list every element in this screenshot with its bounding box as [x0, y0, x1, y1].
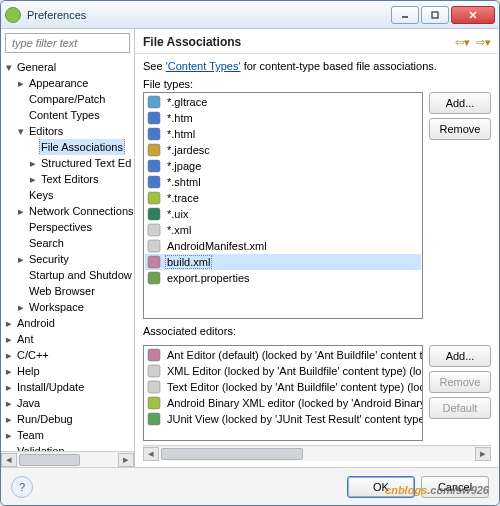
list-item[interactable]: export.properties: [145, 270, 421, 286]
tree-item[interactable]: ▸C/C++: [1, 347, 134, 363]
tree-item-label: Perspectives: [27, 219, 94, 235]
chevron-right-icon[interactable]: ▸: [3, 315, 15, 331]
maximize-button[interactable]: [421, 6, 449, 24]
tree-item[interactable]: Startup and Shutdow: [1, 267, 134, 283]
help-button[interactable]: ?: [11, 476, 33, 498]
chevron-right-icon[interactable]: ▸: [27, 155, 39, 171]
list-item[interactable]: Android Binary XML editor (locked by 'An…: [145, 395, 421, 411]
scroll-left-icon[interactable]: ◂: [143, 447, 159, 461]
list-item[interactable]: *.htm: [145, 110, 421, 126]
filetypes-add-button[interactable]: Add...: [429, 92, 491, 114]
list-item[interactable]: Ant Editor (default) (locked by 'Ant Bui…: [145, 347, 421, 363]
chevron-down-icon[interactable]: ▾: [3, 59, 15, 75]
tree-item[interactable]: ▸Text Editors: [1, 171, 134, 187]
tree-item[interactable]: ▾Editors: [1, 123, 134, 139]
list-item[interactable]: *.jardesc: [145, 142, 421, 158]
list-item[interactable]: JUnit View (locked by 'JUnit Test Result…: [145, 411, 421, 427]
tree-item[interactable]: File Associations: [1, 139, 134, 155]
prop-icon: [147, 271, 161, 285]
tree-item[interactable]: Validation: [1, 443, 134, 451]
tree-item[interactable]: ▸Ant: [1, 331, 134, 347]
tree-item[interactable]: ▸Workspace: [1, 299, 134, 315]
tree-item-label: Workspace: [27, 299, 86, 315]
editors-hscroll[interactable]: ◂ ▸: [143, 445, 491, 461]
chevron-right-icon[interactable]: ▸: [3, 379, 15, 395]
chevron-right-icon[interactable]: ▸: [3, 427, 15, 443]
tree-item-label: Search: [27, 235, 66, 251]
svg-rect-20: [148, 413, 160, 425]
filter-box[interactable]: [5, 33, 130, 53]
editors-remove-button[interactable]: Remove: [429, 371, 491, 393]
minimize-button[interactable]: [391, 6, 419, 24]
list-item[interactable]: Text Editor (locked by 'Ant Buildfile' c…: [145, 379, 421, 395]
list-item[interactable]: *.trace: [145, 190, 421, 206]
chevron-right-icon[interactable]: ▸: [15, 203, 27, 219]
forward-icon[interactable]: ⇨▾: [476, 36, 491, 49]
list-item[interactable]: *.uix: [145, 206, 421, 222]
tree-item[interactable]: ▸Team: [1, 427, 134, 443]
list-item[interactable]: *.gltrace: [145, 94, 421, 110]
ok-button[interactable]: OK: [347, 476, 415, 498]
list-item[interactable]: *.xml: [145, 222, 421, 238]
tree-item[interactable]: Web Browser: [1, 283, 134, 299]
scroll-right-icon[interactable]: ▸: [475, 447, 491, 461]
uix-icon: [147, 207, 161, 221]
tree-item[interactable]: ▸Run/Debug: [1, 411, 134, 427]
chevron-right-icon[interactable]: ▸: [3, 347, 15, 363]
list-item-label: *.uix: [165, 208, 190, 220]
editors-add-button[interactable]: Add...: [429, 345, 491, 367]
file-types-list[interactable]: *.gltrace*.htm*.html*.jardesc*.jpage*.sh…: [143, 92, 423, 319]
content-types-link[interactable]: 'Content Types': [166, 60, 241, 72]
list-item[interactable]: AndroidManifest.xml: [145, 238, 421, 254]
tree-item[interactable]: ▸Structured Text Ed: [1, 155, 134, 171]
chevron-right-icon[interactable]: ▸: [15, 299, 27, 315]
filetypes-remove-button[interactable]: Remove: [429, 118, 491, 140]
list-item[interactable]: *.jpage: [145, 158, 421, 174]
tree-item[interactable]: Search: [1, 235, 134, 251]
chevron-right-icon[interactable]: ▸: [15, 251, 27, 267]
close-button[interactable]: [451, 6, 495, 24]
titlebar[interactable]: Preferences: [1, 1, 499, 29]
tree-item[interactable]: ▸Help: [1, 363, 134, 379]
back-icon[interactable]: ⇦▾: [455, 36, 470, 49]
editors-default-button[interactable]: Default: [429, 397, 491, 419]
chevron-right-icon[interactable]: ▸: [15, 75, 27, 91]
preferences-tree[interactable]: ▾General▸AppearanceCompare/PatchContent …: [1, 57, 134, 451]
sidebar-hscroll[interactable]: ◂ ▸: [1, 451, 134, 467]
tree-item[interactable]: Content Types: [1, 107, 134, 123]
svg-rect-17: [148, 365, 160, 377]
list-item[interactable]: XML Editor (locked by 'Ant Buildfile' co…: [145, 363, 421, 379]
tree-item[interactable]: ▾General: [1, 59, 134, 75]
svg-rect-4: [148, 96, 160, 108]
tree-item[interactable]: ▸Install/Update: [1, 379, 134, 395]
tree-item[interactable]: Perspectives: [1, 219, 134, 235]
preferences-window: Preferences ▾General▸AppearanceCompare/P…: [0, 0, 500, 506]
tree-item[interactable]: Keys: [1, 187, 134, 203]
chevron-right-icon[interactable]: ▸: [3, 395, 15, 411]
tree-item[interactable]: ▸Java: [1, 395, 134, 411]
list-item[interactable]: build.xml: [145, 254, 421, 270]
svg-rect-18: [148, 381, 160, 393]
tree-item[interactable]: ▸Network Connections: [1, 203, 134, 219]
footer: ? OK Cancel: [1, 467, 499, 505]
chevron-right-icon[interactable]: ▸: [3, 331, 15, 347]
app-icon: [5, 7, 21, 23]
chevron-right-icon[interactable]: ▸: [27, 171, 39, 187]
scroll-right-icon[interactable]: ▸: [118, 453, 134, 467]
chevron-right-icon[interactable]: ▸: [3, 411, 15, 427]
scroll-left-icon[interactable]: ◂: [1, 453, 17, 467]
xml-icon: [147, 239, 161, 253]
sidebar: ▾General▸AppearanceCompare/PatchContent …: [1, 29, 135, 467]
list-item[interactable]: *.html: [145, 126, 421, 142]
list-item[interactable]: *.shtml: [145, 174, 421, 190]
editors-list[interactable]: Ant Editor (default) (locked by 'Ant Bui…: [143, 345, 423, 441]
editors-label: Associated editors:: [143, 325, 491, 337]
filter-input[interactable]: [10, 34, 125, 52]
tree-item[interactable]: ▸Appearance: [1, 75, 134, 91]
tree-item[interactable]: Compare/Patch: [1, 91, 134, 107]
chevron-down-icon[interactable]: ▾: [15, 123, 27, 139]
tree-item[interactable]: ▸Android: [1, 315, 134, 331]
tree-item[interactable]: ▸Security: [1, 251, 134, 267]
cancel-button[interactable]: Cancel: [421, 476, 489, 498]
chevron-right-icon[interactable]: ▸: [3, 363, 15, 379]
